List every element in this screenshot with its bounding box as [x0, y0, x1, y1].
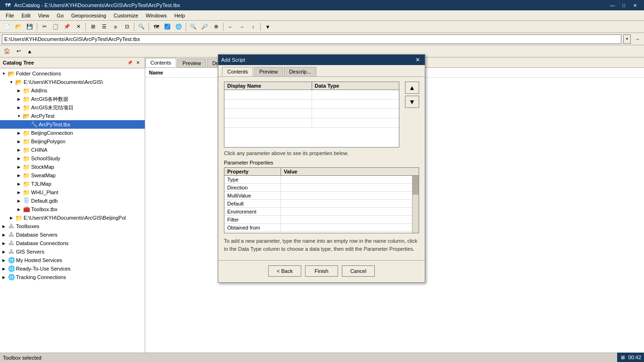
tree-arrow-addins[interactable]: ▶ — [15, 87, 23, 94]
tb-cut[interactable]: ✂ — [39, 22, 50, 32]
tree-item-beijing-conn[interactable]: ▶📁BeijingConnection — [0, 129, 145, 137]
scrollbar-thumb[interactable] — [413, 176, 419, 195]
tree-arrow-arcpytest[interactable]: ▼ — [15, 112, 23, 120]
tree-arrow-database-connections[interactable]: ▶ — [0, 239, 8, 247]
prop-environment-value[interactable] — [281, 208, 419, 215]
tb-arc-map[interactable]: 🗾 — [162, 22, 173, 32]
tb-zoom-out[interactable]: 🔎 — [199, 22, 210, 32]
menu-help[interactable]: Help — [171, 10, 189, 20]
prop-row-environment[interactable]: Environment — [224, 208, 419, 216]
menu-go[interactable]: Go — [53, 10, 67, 20]
tb-save[interactable]: 💾 — [25, 22, 35, 32]
menu-customize[interactable]: Customize — [110, 10, 142, 20]
tb-open[interactable]: 📂 — [13, 22, 24, 32]
prop-row-default[interactable]: Default — [224, 200, 419, 208]
dialog-close-button[interactable]: ✕ — [413, 56, 422, 64]
props-rows[interactable]: Type Direction MultiValue Default Enviro… — [224, 176, 419, 233]
tab-contents[interactable]: Contents — [145, 58, 176, 67]
tb-up[interactable]: ↑ — [248, 22, 258, 32]
tree-item-database-servers[interactable]: ▶🖧Database Servers — [0, 230, 145, 239]
tree-item-beijing-poly[interactable]: ▶📁BeijingPolygon — [0, 137, 145, 146]
tb-arc-catalog[interactable]: 🗺 — [151, 22, 161, 32]
prop-row-multivalue[interactable]: MultiValue — [224, 192, 419, 200]
param-move-down-button[interactable]: ▼ — [405, 96, 419, 108]
tb-zoom-in[interactable]: 🔍 — [188, 22, 198, 32]
menu-file[interactable]: File — [2, 10, 18, 20]
tree-arrow-default-gdb[interactable]: ▶ — [15, 197, 23, 205]
tree-arrow-ready-to-use[interactable]: ▶ — [0, 265, 8, 272]
address-input[interactable] — [2, 34, 621, 44]
tree-item-arcpytest[interactable]: ▼📂ArcPyTest — [0, 112, 145, 120]
tree-item-database-connections[interactable]: ▶🖧Database Connections — [0, 239, 145, 247]
tb2-btn1[interactable]: 🏠 — [2, 46, 12, 57]
menu-geoprocessing[interactable]: Geoprocessing — [67, 10, 110, 20]
tb-back[interactable]: ← — [225, 22, 236, 32]
tree-arrow-arcgis-folder[interactable]: ▼ — [8, 78, 15, 86]
tree-arrow-beijing-pol-folder[interactable]: ▶ — [8, 214, 15, 222]
close-button[interactable]: ✕ — [630, 0, 640, 10]
tb-copy[interactable]: 📋 — [50, 22, 61, 32]
prop-row-direction[interactable]: Direction — [224, 184, 419, 192]
param-row-empty-2[interactable] — [224, 99, 399, 109]
address-dropdown[interactable]: ▾ — [623, 34, 631, 44]
prop-row-type[interactable]: Type — [224, 176, 419, 184]
tree-arrow-gis-servers[interactable]: ▶ — [0, 248, 8, 255]
tree-arrow-sweat-map[interactable]: ▶ — [15, 172, 23, 179]
dialog-tab-contents[interactable]: Contents — [222, 67, 253, 76]
tree-item-toolbox-tbx[interactable]: ▶🧰Toolbox.tbx — [0, 205, 145, 214]
prop-row-obtained[interactable]: Obtained from — [224, 224, 419, 232]
tree-item-school-study[interactable]: ▶📁SchoolStudy — [0, 154, 145, 163]
menu-edit[interactable]: Edit — [18, 10, 34, 20]
tb-details[interactable]: ≡ — [110, 22, 121, 32]
tree-item-my-hosted-services[interactable]: ▶🌐My Hosted Services — [0, 256, 145, 264]
tree-arrow-toolboxes[interactable]: ▶ — [0, 222, 8, 230]
tree-item-arcgis-folder[interactable]: ▼📂E:\Users\KYH\Documents\ArcGIS\ — [0, 78, 145, 86]
tb2-btn2[interactable]: ↩ — [13, 46, 24, 57]
tree-arrow-china[interactable]: ▶ — [15, 146, 23, 154]
cancel-button[interactable]: Cancel — [342, 265, 375, 277]
tab-preview[interactable]: Preview — [177, 58, 206, 67]
address-go[interactable]: → — [633, 34, 642, 44]
catalog-close[interactable]: ✕ — [134, 59, 142, 66]
tree-arrow-my-hosted-services[interactable]: ▶ — [0, 256, 8, 264]
tree-arrow-stock-map[interactable]: ▶ — [15, 163, 23, 171]
tree-item-addins[interactable]: ▶📁AddIns — [0, 86, 145, 95]
props-scrollbar[interactable] — [412, 176, 419, 233]
tb-list[interactable]: ☰ — [99, 22, 109, 32]
tree-item-ready-to-use[interactable]: ▶🌐Ready-To-Use Services — [0, 264, 145, 273]
menu-view[interactable]: View — [34, 10, 53, 20]
tree-item-toolboxes[interactable]: ▶🖧Toolboxes — [0, 222, 145, 230]
tree-arrow-arcgis-unfinished[interactable]: ▶ — [15, 104, 23, 111]
prop-multivalue-value[interactable] — [281, 192, 419, 199]
param-row-empty-4[interactable] — [224, 118, 399, 128]
tree-item-gis-servers[interactable]: ▶🖧GIS Servers — [0, 247, 145, 256]
prop-row-filter[interactable]: Filter — [224, 216, 419, 224]
prop-type-value[interactable] — [281, 176, 419, 183]
tree-item-arcgis-data[interactable]: ▶📁ArcGIS各种数据 — [0, 95, 145, 103]
minimize-button[interactable]: — — [607, 0, 618, 10]
tree-item-arcpytest-tbx[interactable]: 🔧ArcPyTest.tbx — [0, 120, 145, 129]
tree-arrow-arcgis-data[interactable]: ▶ — [15, 95, 23, 103]
tb-more[interactable]: ▼ — [263, 22, 273, 32]
tree-arrow-folder-connections[interactable]: ▼ — [0, 70, 8, 77]
tree-arrow-school-study[interactable]: ▶ — [15, 155, 23, 162]
prop-direction-value[interactable] — [281, 184, 419, 191]
tree-arrow-arcpytest-tbx[interactable] — [23, 121, 30, 128]
tb-search[interactable]: 🔍 — [136, 22, 147, 32]
prop-obtained-value[interactable] — [281, 224, 419, 231]
tb-thumbs[interactable]: ⊡ — [122, 22, 132, 32]
tb-large-icons[interactable]: ⊞ — [88, 22, 98, 32]
tree-item-beijing-pol-folder[interactable]: ▶📁E:\Users\KYH\Documents\ArcGIS\BeijingP… — [0, 214, 145, 222]
dialog-tab-description[interactable]: Descrip... — [284, 67, 316, 76]
tree-item-default-gdb[interactable]: ▶🗄Default.gdb — [0, 197, 145, 205]
tree-item-stock-map[interactable]: ▶📁StockMap — [0, 163, 145, 171]
tb-delete[interactable]: ✕ — [73, 22, 83, 32]
tb-paste[interactable]: 📌 — [62, 22, 72, 32]
tb-arc-globe[interactable]: 🌐 — [173, 22, 184, 32]
menu-windows[interactable]: Windows — [142, 10, 171, 20]
tree-arrow-toolbox-tbx[interactable]: ▶ — [15, 206, 23, 213]
param-row-empty-1[interactable] — [224, 90, 399, 99]
tree-item-whu-plant[interactable]: ▶📁WHU_Plant — [0, 188, 145, 197]
tree-arrow-beijing-poly[interactable]: ▶ — [15, 138, 23, 145]
back-button[interactable]: < Back — [268, 265, 301, 277]
